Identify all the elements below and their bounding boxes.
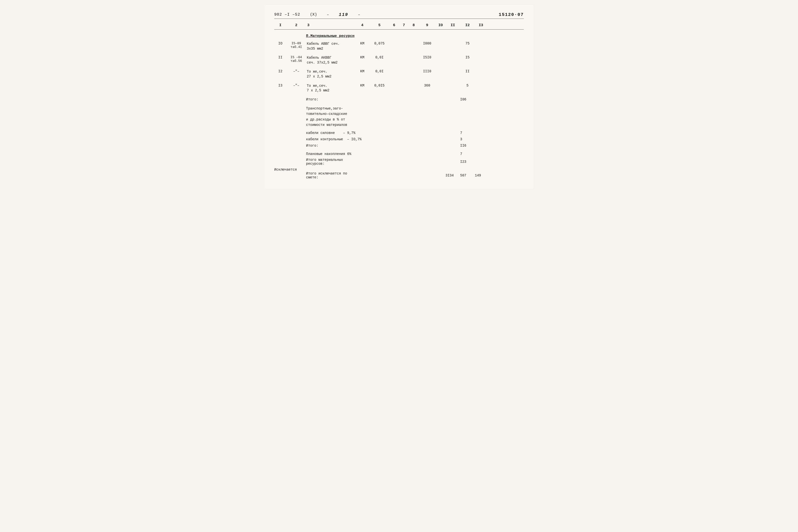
col-header-8: 8 <box>409 23 419 27</box>
col-header-4: 4 <box>355 23 370 27</box>
itogo-mat-col12: I23 <box>460 160 475 164</box>
footer-rows: Плановые накопления 6% 7 Итого материаль… <box>274 152 524 179</box>
row3-col9: III0 <box>419 70 436 73</box>
itogo1-col1 <box>274 97 287 101</box>
row3-col12: II <box>460 70 475 73</box>
row1-col12: 75 <box>460 41 475 45</box>
kabeli-kontrolnye-text: кабели контрольные – IO,7% <box>306 137 355 141</box>
row1-col5: 0,075 <box>370 41 389 45</box>
row3-col4: KM <box>355 70 370 73</box>
col-header-2: 2 <box>287 23 306 27</box>
itogo1-label: Итого: <box>306 97 355 101</box>
row2-col2: I5 –04таб.56 <box>287 55 306 63</box>
table-body: П.Материальные ресурсн IO I5–09таб.4I Ка… <box>274 34 524 179</box>
transport-title: Транспортные,заго- товительно–складские … <box>306 106 524 128</box>
table-row: I3 –"– То же,сеч.7 x 2,5 мм2 KM 0,0I5 36… <box>274 83 524 93</box>
col-header-5: 5 <box>370 23 389 27</box>
table-row: IO I5–09таб.4I Кабель АВВГ сеч.3х35 мм2 … <box>274 41 524 51</box>
row1-col9: I000 <box>419 41 436 45</box>
col-header-1: I <box>274 23 287 27</box>
itogo-iskluchaetsya-col11: 3I34 <box>446 173 460 177</box>
itogo-row-2: Итого: II6 <box>274 144 524 148</box>
page-container: 902 –I –52 (X) – 119 – 15120·07 I 2 3 4 … <box>265 5 533 189</box>
kabeli-silovye-val: 7 <box>460 131 475 135</box>
row4-col12: 5 <box>460 83 475 88</box>
iskluchaetsya-label: Исключается <box>274 168 306 172</box>
itogo-iskluchaetsya-label: Итого исключается по смете: <box>306 172 355 179</box>
row2-col9: I5I0 <box>419 55 436 59</box>
row2-col4: KM <box>355 55 370 59</box>
row3-col5: 0,0I <box>370 70 389 73</box>
iskluchaetsya-row: Исключается Итого исключается по смете: … <box>274 168 524 179</box>
section-title: П.Материальные ресурсн <box>306 34 524 38</box>
itogo-row-1: Итого: I06 <box>274 97 524 101</box>
row4-col5: 0,0I5 <box>370 83 389 88</box>
row3-col1: I2 <box>274 70 287 73</box>
table-row: II I5 –04таб.56 Кабель АКВВГсеч. 37х2,5 … <box>274 55 524 65</box>
col-header-10: IO <box>436 23 446 27</box>
itogo1-col2 <box>287 97 306 101</box>
row2-col5: 0,0I <box>370 55 389 59</box>
col-header-9: 9 <box>419 23 436 27</box>
header-dash2: – <box>358 13 360 17</box>
table-row: I2 –"– То же,сеч.27 x 2,5 мм2 KM 0,0I II… <box>274 70 524 79</box>
header-num: 119 <box>339 12 348 17</box>
itogo2-label: Итого: <box>306 144 355 148</box>
planovye-row: Плановые накопления 6% 7 <box>274 152 524 156</box>
row3-col2: –"– <box>287 70 306 73</box>
row1-col2: I5–09таб.4I <box>287 41 306 49</box>
itogo-iskluchaetsya-col13: 149 <box>475 173 487 177</box>
itogo-mat-label: Итого материальных ресурсов: <box>306 158 355 166</box>
kabeli-kontrolnye-row: кабели контрольные – IO,7% 3 <box>274 137 524 141</box>
row4-col1: I3 <box>274 83 287 88</box>
row1-col1: IO <box>274 41 287 45</box>
row4-col9: 360 <box>419 83 436 88</box>
header-dash1: – <box>327 13 329 17</box>
column-headers: I 2 3 4 5 6 7 8 9 IO II I2 I3 <box>274 21 524 30</box>
kabeli-silovye-text: кабели силовне – 9,7% <box>306 131 355 135</box>
itogo2-col12: II6 <box>460 144 475 148</box>
row2-col1: II <box>274 55 287 59</box>
row2-col3: Кабель АКВВГсеч. 37х2,5 мм2 <box>306 55 355 65</box>
kabeli-silovye-row: кабели силовне – 9,7% 7 <box>274 131 524 135</box>
header-code: 902 –I –52 <box>274 13 300 17</box>
col-header-11: II <box>446 23 460 27</box>
transport-section: Транспортные,заго- товительно–складские … <box>306 106 524 128</box>
top-header: 902 –I –52 (X) – 119 – 15120·07 <box>274 12 524 19</box>
planovye-val: 7 <box>460 152 475 156</box>
row4-col4: KM <box>355 83 370 88</box>
itogo-mat-row: Итого материальных ресурсов: I23 <box>274 158 524 166</box>
col-header-7: 7 <box>399 23 409 27</box>
row1-col4: KM <box>355 41 370 45</box>
kabeli-kontrolnye-val: 3 <box>460 137 475 141</box>
row1-col3: Кабель АВВГ сеч.3х35 мм2 <box>306 41 355 51</box>
row4-col3: То же,сеч.7 x 2,5 мм2 <box>306 83 355 93</box>
row3-col3: То же,сеч.27 x 2,5 мм2 <box>306 70 355 79</box>
row2-col12: I5 <box>460 55 475 59</box>
col-header-13: I3 <box>475 23 487 27</box>
planovye-label: Плановые накопления 6% <box>306 152 355 156</box>
itogo-iskluchaetsya-col12: 507 <box>460 173 475 177</box>
header-left: 902 –I –52 (X) – 119 – <box>274 12 360 17</box>
row4-col2: –"– <box>287 83 306 88</box>
itogo1-col12: I06 <box>460 97 475 101</box>
col-header-3: 3 <box>306 23 355 27</box>
header-ref: 15120·07 <box>499 12 524 17</box>
header-x: (X) <box>310 13 317 17</box>
col-header-12: I2 <box>460 23 475 27</box>
col-header-6: 6 <box>389 23 399 27</box>
